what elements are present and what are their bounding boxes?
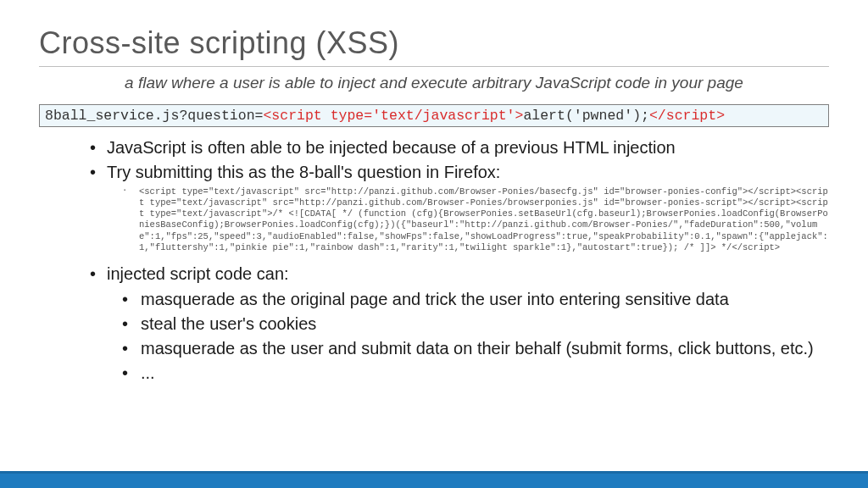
code-block: <script type="text/javascript" src="http… xyxy=(107,183,829,260)
slide-title: Cross-site scripting (XSS) xyxy=(39,25,829,61)
inner-bullet-item: masquerade as the user and submit data o… xyxy=(141,337,829,359)
bullet-text: injected script code can: xyxy=(107,264,289,283)
code-prefix: 8ball_service.js?question= xyxy=(45,108,263,124)
inner-bullet-list: masquerade as the original page and tric… xyxy=(107,288,829,384)
bullet-item: JavaScript is often able to be injected … xyxy=(107,137,829,158)
bottom-accent-bar xyxy=(0,471,868,488)
inner-bullet-item: masquerade as the original page and tric… xyxy=(141,288,829,310)
code-close-tag: </script> xyxy=(649,108,725,124)
slide: Cross-site scripting (XSS) a flaw where … xyxy=(0,0,868,384)
code-open-tag: <script type='text/javascript'> xyxy=(263,108,523,124)
bullet-item: injected script code can: masquerade as … xyxy=(107,263,829,384)
slide-subtitle: a flaw where a user is able to inject an… xyxy=(39,74,829,92)
bullet-item: Try submitting this as the 8-ball's ques… xyxy=(107,162,829,260)
inner-bullet-item: steal the user's cookies xyxy=(141,313,829,335)
code-banner: 8ball_service.js?question=<script type='… xyxy=(39,104,829,127)
code-body: alert('pwned'); xyxy=(523,108,649,124)
bullet-list: JavaScript is often able to be injected … xyxy=(39,137,829,384)
title-divider xyxy=(39,66,829,67)
inner-bullet-item: ... xyxy=(141,362,829,384)
bullet-text: Try submitting this as the 8-ball's ques… xyxy=(107,163,500,181)
